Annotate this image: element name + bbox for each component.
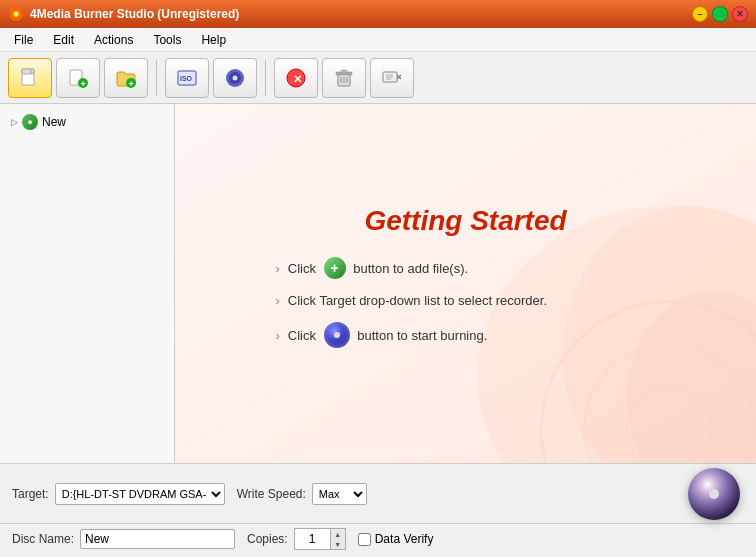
svg-point-33 bbox=[584, 344, 755, 463]
close-button[interactable]: ✕ bbox=[732, 6, 748, 22]
step-1-prefix: Click bbox=[288, 261, 320, 276]
window-controls: – □ ✕ bbox=[692, 6, 748, 22]
step-3: › Click button to start burning. bbox=[276, 322, 656, 348]
copies-input[interactable] bbox=[294, 528, 330, 550]
delete-icon bbox=[333, 67, 355, 89]
svg-text:+: + bbox=[129, 79, 134, 89]
spinner-down[interactable]: ▼ bbox=[331, 539, 345, 549]
spinner-up[interactable]: ▲ bbox=[331, 529, 345, 539]
iso-icon: ISO bbox=[176, 67, 198, 89]
minimize-button[interactable]: – bbox=[692, 6, 708, 22]
step-3-prefix: Click bbox=[288, 328, 320, 343]
bullet-2: › bbox=[276, 293, 280, 308]
add-file-icon: + bbox=[67, 67, 89, 89]
spinner-buttons: ▲ ▼ bbox=[330, 528, 346, 550]
burn-icon bbox=[224, 67, 246, 89]
tree-item-label: New bbox=[42, 115, 66, 129]
stop-button[interactable]: ✕ bbox=[274, 58, 318, 98]
disc-name-input[interactable] bbox=[80, 529, 235, 549]
target-label: Target: bbox=[12, 487, 49, 501]
main-container: ▷ ● New Getting Started › Click + button bbox=[0, 104, 756, 464]
svg-point-2 bbox=[15, 13, 18, 16]
menu-edit[interactable]: Edit bbox=[43, 31, 84, 49]
maximize-button[interactable]: □ bbox=[712, 6, 728, 22]
bullet-1: › bbox=[276, 261, 280, 276]
disc-icon bbox=[324, 322, 350, 348]
title-bar: 4Media Burner Studio (Unregistered) – □ … bbox=[0, 0, 756, 28]
disc-image bbox=[688, 468, 740, 520]
add-folder-icon: + bbox=[115, 67, 137, 89]
target-group: Target: D:{HL-DT-ST DVDRAM GSA-T20N bbox=[12, 483, 225, 505]
burn-button[interactable] bbox=[213, 58, 257, 98]
delete-button[interactable] bbox=[322, 58, 366, 98]
getting-started-content: Getting Started › Click + button to add … bbox=[276, 205, 656, 362]
step-3-text: button to start burning. bbox=[354, 328, 488, 343]
new-icon bbox=[19, 67, 41, 89]
getting-started-title: Getting Started bbox=[276, 205, 656, 237]
data-verify-group: Data Verify bbox=[358, 532, 434, 546]
toolbar: + + ISO ✕ bbox=[0, 52, 756, 104]
disc-preview bbox=[684, 466, 744, 521]
write-speed-group: Write Speed: Max bbox=[237, 483, 367, 505]
data-verify-checkbox[interactable] bbox=[358, 533, 371, 546]
clear-button[interactable] bbox=[370, 58, 414, 98]
svg-text:ISO: ISO bbox=[180, 75, 193, 82]
disc-name-label: Disc Name: bbox=[12, 532, 74, 546]
tree-item-icon: ● bbox=[22, 114, 38, 130]
target-select[interactable]: D:{HL-DT-ST DVDRAM GSA-T20N bbox=[55, 483, 225, 505]
menu-bar: File Edit Actions Tools Help bbox=[0, 28, 756, 52]
copies-group: Copies: ▲ ▼ bbox=[247, 528, 346, 550]
svg-point-14 bbox=[233, 75, 238, 80]
title-text: 4Media Burner Studio (Unregistered) bbox=[30, 7, 692, 21]
svg-point-34 bbox=[627, 387, 712, 463]
content-panel: Getting Started › Click + button to add … bbox=[175, 104, 756, 463]
write-speed-label: Write Speed: bbox=[237, 487, 306, 501]
separator-1 bbox=[156, 60, 157, 96]
file-tree-panel: ▷ ● New bbox=[0, 104, 175, 463]
copies-spinner: ▲ ▼ bbox=[294, 528, 346, 550]
step-1-text: button to add file(s). bbox=[350, 261, 469, 276]
menu-file[interactable]: File bbox=[4, 31, 43, 49]
bullet-3: › bbox=[276, 328, 280, 343]
menu-actions[interactable]: Actions bbox=[84, 31, 143, 49]
add-folder-button[interactable]: + bbox=[104, 58, 148, 98]
disc-name-group: Disc Name: bbox=[12, 529, 235, 549]
write-speed-select[interactable]: Max bbox=[312, 483, 367, 505]
separator-2 bbox=[265, 60, 266, 96]
data-verify-label: Data Verify bbox=[375, 532, 434, 546]
clear-icon bbox=[381, 67, 403, 89]
menu-tools[interactable]: Tools bbox=[143, 31, 191, 49]
add-icon: + bbox=[324, 257, 346, 279]
new-button[interactable] bbox=[8, 58, 52, 98]
tree-arrow: ▷ bbox=[8, 116, 20, 128]
iso-button[interactable]: ISO bbox=[165, 58, 209, 98]
svg-rect-19 bbox=[341, 70, 347, 73]
menu-help[interactable]: Help bbox=[191, 31, 236, 49]
step-1: › Click + button to add file(s). bbox=[276, 257, 656, 279]
add-file-button[interactable]: + bbox=[56, 58, 100, 98]
svg-text:+: + bbox=[81, 79, 86, 89]
bottom-bar: Target: D:{HL-DT-ST DVDRAM GSA-T20N Writ… bbox=[0, 464, 756, 524]
bottom-bar-row2: Disc Name: Copies: ▲ ▼ Data Verify bbox=[0, 524, 756, 557]
app-icon bbox=[8, 6, 24, 22]
tree-item-new[interactable]: ▷ ● New bbox=[4, 112, 170, 132]
copies-label: Copies: bbox=[247, 532, 288, 546]
svg-text:✕: ✕ bbox=[293, 72, 302, 84]
step-2-text: Click Target drop-down list to select re… bbox=[288, 293, 547, 308]
stop-icon: ✕ bbox=[285, 67, 307, 89]
step-2: › Click Target drop-down list to select … bbox=[276, 293, 656, 308]
